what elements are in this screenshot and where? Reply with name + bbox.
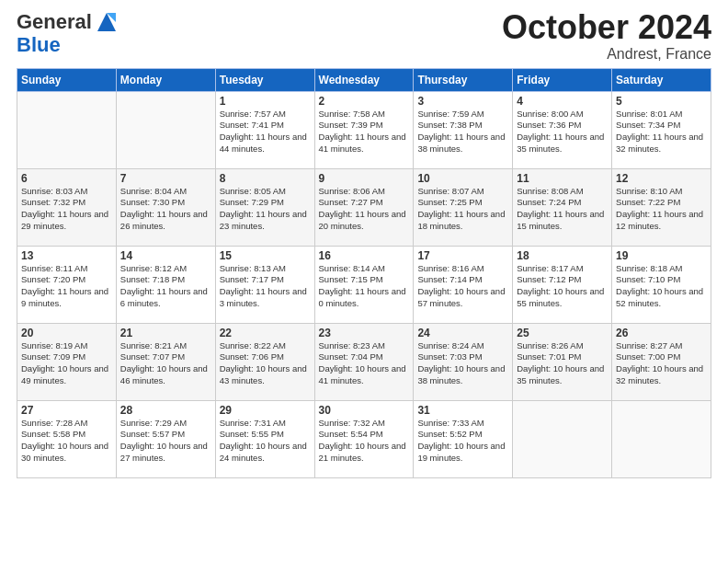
day-number: 15 xyxy=(220,249,311,262)
day-number: 27 xyxy=(21,404,112,417)
logo-general-text: General xyxy=(17,12,92,32)
week-row-4: 20Sunrise: 8:19 AMSunset: 7:09 PMDayligh… xyxy=(17,323,711,400)
calendar-header-row: SundayMondayTuesdayWednesdayThursdayFrid… xyxy=(17,68,711,91)
calendar-cell: 4Sunrise: 8:00 AMSunset: 7:36 PMDaylight… xyxy=(513,91,612,168)
day-number: 26 xyxy=(616,327,707,339)
day-number: 14 xyxy=(120,249,211,262)
cell-info: Sunrise: 7:59 AMSunset: 7:38 PMDaylight:… xyxy=(417,109,508,155)
calendar-cell: 1Sunrise: 7:57 AMSunset: 7:41 PMDaylight… xyxy=(215,91,314,168)
day-number: 25 xyxy=(517,327,608,339)
day-number: 1 xyxy=(220,95,311,108)
calendar-cell: 28Sunrise: 7:29 AMSunset: 5:57 PMDayligh… xyxy=(116,400,215,477)
calendar-cell: 17Sunrise: 8:16 AMSunset: 7:14 PMDayligh… xyxy=(414,246,513,323)
cell-info: Sunrise: 8:05 AMSunset: 7:29 PMDaylight:… xyxy=(220,186,311,233)
calendar-cell: 9Sunrise: 8:06 AMSunset: 7:27 PMDaylight… xyxy=(314,168,414,246)
day-number: 6 xyxy=(21,172,112,185)
calendar-cell xyxy=(116,91,215,168)
cell-info: Sunrise: 8:12 AMSunset: 7:18 PMDaylight:… xyxy=(120,263,211,310)
cell-info: Sunrise: 8:11 AMSunset: 7:20 PMDaylight:… xyxy=(21,263,112,310)
week-row-2: 6Sunrise: 8:03 AMSunset: 7:32 PMDaylight… xyxy=(17,168,711,246)
header-day-saturday: Saturday xyxy=(612,68,711,91)
day-number: 21 xyxy=(120,327,211,339)
day-number: 29 xyxy=(220,404,311,417)
logo-icon xyxy=(94,9,119,35)
calendar-cell: 31Sunrise: 7:33 AMSunset: 5:52 PMDayligh… xyxy=(414,400,513,477)
calendar-table: SundayMondayTuesdayWednesdayThursdayFrid… xyxy=(17,68,711,478)
cell-info: Sunrise: 8:10 AMSunset: 7:22 PMDaylight:… xyxy=(616,186,707,233)
cell-info: Sunrise: 8:24 AMSunset: 7:03 PMDaylight:… xyxy=(417,340,508,387)
day-number: 17 xyxy=(417,249,508,262)
calendar-cell: 22Sunrise: 8:22 AMSunset: 7:06 PMDayligh… xyxy=(215,323,314,400)
week-row-5: 27Sunrise: 7:28 AMSunset: 5:58 PMDayligh… xyxy=(17,400,711,477)
day-number: 7 xyxy=(120,172,211,185)
calendar-cell: 18Sunrise: 8:17 AMSunset: 7:12 PMDayligh… xyxy=(513,246,612,323)
cell-info: Sunrise: 8:18 AMSunset: 7:10 PMDaylight:… xyxy=(616,263,707,310)
calendar-cell: 12Sunrise: 8:10 AMSunset: 7:22 PMDayligh… xyxy=(612,168,711,246)
day-number: 8 xyxy=(220,172,311,185)
cell-info: Sunrise: 7:33 AMSunset: 5:52 PMDaylight:… xyxy=(417,418,508,465)
day-number: 24 xyxy=(417,327,508,339)
day-number: 23 xyxy=(319,327,410,339)
day-number: 9 xyxy=(319,172,410,185)
title-block: October 2024 Andrest, France xyxy=(502,9,711,63)
cell-info: Sunrise: 8:06 AMSunset: 7:27 PMDaylight:… xyxy=(319,186,410,233)
cell-info: Sunrise: 8:14 AMSunset: 7:15 PMDaylight:… xyxy=(319,263,410,310)
cell-info: Sunrise: 8:17 AMSunset: 7:12 PMDaylight:… xyxy=(517,263,608,310)
calendar-cell: 5Sunrise: 8:01 AMSunset: 7:34 PMDaylight… xyxy=(612,91,711,168)
header-day-friday: Friday xyxy=(513,68,612,91)
day-number: 3 xyxy=(417,95,508,108)
day-number: 20 xyxy=(21,327,112,339)
calendar-cell: 16Sunrise: 8:14 AMSunset: 7:15 PMDayligh… xyxy=(314,246,414,323)
day-number: 10 xyxy=(417,172,508,185)
header-day-tuesday: Tuesday xyxy=(215,68,314,91)
cell-info: Sunrise: 8:22 AMSunset: 7:06 PMDaylight:… xyxy=(220,340,311,387)
cell-info: Sunrise: 7:57 AMSunset: 7:41 PMDaylight:… xyxy=(220,109,311,155)
calendar-cell: 6Sunrise: 8:03 AMSunset: 7:32 PMDaylight… xyxy=(17,168,117,246)
location: Andrest, France xyxy=(502,46,711,63)
day-number: 31 xyxy=(417,404,508,417)
calendar-cell: 21Sunrise: 8:21 AMSunset: 7:07 PMDayligh… xyxy=(116,323,215,400)
logo: General Blue xyxy=(17,9,119,55)
day-number: 4 xyxy=(517,95,608,108)
calendar-cell xyxy=(17,91,117,168)
cell-info: Sunrise: 8:07 AMSunset: 7:25 PMDaylight:… xyxy=(417,186,508,233)
calendar-cell: 10Sunrise: 8:07 AMSunset: 7:25 PMDayligh… xyxy=(414,168,513,246)
calendar-cell: 7Sunrise: 8:04 AMSunset: 7:30 PMDaylight… xyxy=(116,168,215,246)
day-number: 22 xyxy=(220,327,311,339)
day-number: 12 xyxy=(616,172,707,185)
calendar-cell: 15Sunrise: 8:13 AMSunset: 7:17 PMDayligh… xyxy=(215,246,314,323)
cell-info: Sunrise: 8:26 AMSunset: 7:01 PMDaylight:… xyxy=(517,340,608,387)
cell-info: Sunrise: 7:28 AMSunset: 5:58 PMDaylight:… xyxy=(21,418,112,465)
cell-info: Sunrise: 8:13 AMSunset: 7:17 PMDaylight:… xyxy=(220,263,311,310)
calendar-cell: 26Sunrise: 8:27 AMSunset: 7:00 PMDayligh… xyxy=(612,323,711,400)
logo-blue-text: Blue xyxy=(17,33,61,56)
week-row-1: 1Sunrise: 7:57 AMSunset: 7:41 PMDaylight… xyxy=(17,91,711,168)
header: General Blue October 2024 Andrest, Franc… xyxy=(17,9,711,63)
cell-info: Sunrise: 7:32 AMSunset: 5:54 PMDaylight:… xyxy=(319,418,410,465)
week-row-3: 13Sunrise: 8:11 AMSunset: 7:20 PMDayligh… xyxy=(17,246,711,323)
day-number: 16 xyxy=(319,249,410,262)
day-number: 2 xyxy=(319,95,410,108)
header-day-wednesday: Wednesday xyxy=(314,68,414,91)
calendar-cell: 23Sunrise: 8:23 AMSunset: 7:04 PMDayligh… xyxy=(314,323,414,400)
day-number: 11 xyxy=(517,172,608,185)
calendar-cell: 24Sunrise: 8:24 AMSunset: 7:03 PMDayligh… xyxy=(414,323,513,400)
calendar-cell: 11Sunrise: 8:08 AMSunset: 7:24 PMDayligh… xyxy=(513,168,612,246)
calendar-cell: 14Sunrise: 8:12 AMSunset: 7:18 PMDayligh… xyxy=(116,246,215,323)
cell-info: Sunrise: 8:04 AMSunset: 7:30 PMDaylight:… xyxy=(120,186,211,233)
calendar-cell: 13Sunrise: 8:11 AMSunset: 7:20 PMDayligh… xyxy=(17,246,117,323)
calendar-cell: 30Sunrise: 7:32 AMSunset: 5:54 PMDayligh… xyxy=(314,400,414,477)
calendar-cell: 25Sunrise: 8:26 AMSunset: 7:01 PMDayligh… xyxy=(513,323,612,400)
header-day-monday: Monday xyxy=(116,68,215,91)
calendar-cell: 29Sunrise: 7:31 AMSunset: 5:55 PMDayligh… xyxy=(215,400,314,477)
day-number: 28 xyxy=(120,404,211,417)
page: General Blue October 2024 Andrest, Franc… xyxy=(0,0,728,563)
cell-info: Sunrise: 7:29 AMSunset: 5:57 PMDaylight:… xyxy=(120,418,211,465)
day-number: 19 xyxy=(616,249,707,262)
cell-info: Sunrise: 8:27 AMSunset: 7:00 PMDaylight:… xyxy=(616,340,707,387)
cell-info: Sunrise: 8:03 AMSunset: 7:32 PMDaylight:… xyxy=(21,186,112,233)
month-title: October 2024 xyxy=(502,9,711,46)
cell-info: Sunrise: 8:23 AMSunset: 7:04 PMDaylight:… xyxy=(319,340,410,387)
calendar-cell: 2Sunrise: 7:58 AMSunset: 7:39 PMDaylight… xyxy=(314,91,414,168)
cell-info: Sunrise: 7:31 AMSunset: 5:55 PMDaylight:… xyxy=(220,418,311,465)
